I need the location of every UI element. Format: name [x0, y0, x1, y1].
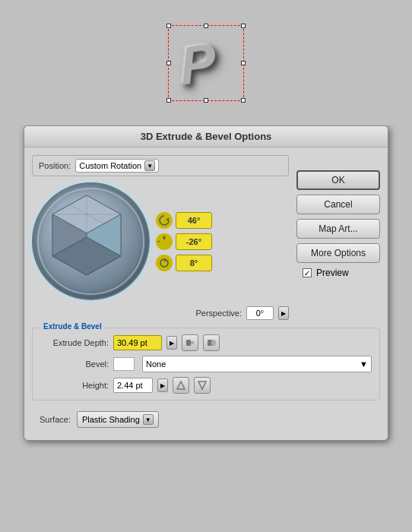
angle-field-y[interactable]: -26°: [176, 233, 212, 250]
bevel-select-arrow-icon: ▼: [360, 359, 368, 369]
extrude-depth-row: Extrude Depth: 30.49 pt ▶: [40, 334, 372, 351]
handle-top-left[interactable]: [166, 24, 171, 28]
surface-value: Plastic Shading: [82, 415, 140, 424]
angle-controls: 46° -26°: [156, 212, 212, 271]
surface-select[interactable]: Plastic Shading ▼: [77, 411, 159, 428]
position-value: Custom Rotation: [79, 161, 141, 170]
handle-middle-right[interactable]: [241, 61, 246, 65]
dialog-body: Position: Custom Rotation ▼: [24, 147, 388, 328]
angle-field-z[interactable]: 8°: [176, 255, 212, 271]
bottom-section: Extrude & Bevel Extrude Depth: 30.49 pt …: [24, 328, 388, 440]
svg-rect-14: [191, 341, 194, 344]
angle-row-z: 8°: [156, 255, 212, 271]
sphere-ring: [37, 188, 144, 295]
sphere-container[interactable]: [32, 182, 150, 300]
svg-marker-10: [163, 237, 166, 240]
handle-middle-left[interactable]: [166, 61, 171, 65]
bevel-label: Bevel:: [40, 359, 109, 369]
cap-round-btn[interactable]: [203, 334, 220, 351]
bevel-preview: [113, 357, 135, 371]
handle-bottom-left[interactable]: [166, 98, 171, 103]
ok-button[interactable]: OK: [296, 170, 380, 190]
extrude-depth-arrow[interactable]: ▶: [166, 336, 177, 350]
position-row: Position: Custom Rotation ▼: [32, 155, 289, 176]
height-label: Height:: [40, 381, 109, 390]
p-3d-letter: P: [179, 31, 219, 97]
sphere-outer: [32, 182, 150, 300]
dialog-title: 3D Extrude & Bevel Options: [24, 126, 388, 147]
angle-icon-z: [156, 255, 173, 271]
preview-row: ✓ Preview: [296, 268, 380, 278]
extrude-bevel-title: Extrude & Bevel: [40, 322, 105, 331]
angle-icon-y: [156, 233, 173, 250]
more-options-button[interactable]: More Options: [296, 243, 380, 263]
surface-label: Surface:: [40, 415, 71, 424]
bevel-style-btn-1[interactable]: [173, 377, 189, 394]
handle-top-middle[interactable]: [204, 24, 208, 28]
dialog-3d-extrude-bevel: 3D Extrude & Bevel Options Position: Cus…: [24, 125, 388, 441]
preview-checkbox[interactable]: ✓: [303, 268, 312, 277]
perspective-row: Perspective: 0° ▶: [32, 306, 289, 320]
extrude-bevel-group: Extrude & Bevel Extrude Depth: 30.49 pt …: [32, 328, 380, 401]
position-select[interactable]: Custom Rotation ▼: [75, 159, 159, 173]
cancel-button[interactable]: Cancel: [296, 195, 380, 214]
height-field[interactable]: 2.44 pt: [113, 378, 153, 393]
svg-marker-18: [198, 382, 206, 389]
perspective-arrow-btn[interactable]: ▶: [278, 306, 289, 320]
extrude-depth-label: Extrude Depth:: [40, 338, 109, 347]
handle-top-right[interactable]: [241, 24, 246, 28]
height-arrow[interactable]: ▶: [157, 378, 168, 392]
p-preview: P: [164, 21, 248, 105]
height-row: Height: 2.44 pt ▶: [40, 377, 372, 394]
canvas-area: P: [0, 0, 412, 125]
angle-row-x: 46°: [156, 212, 212, 229]
perspective-field[interactable]: 0°: [246, 306, 274, 320]
rotation-widget: 46° -26°: [32, 182, 289, 300]
bevel-value: None: [146, 359, 166, 369]
preview-label: Preview: [316, 268, 349, 278]
bevel-select[interactable]: None ▼: [142, 356, 372, 372]
angle-row-y: -26°: [156, 233, 212, 250]
cap-butt-btn[interactable]: [182, 334, 198, 351]
extrude-depth-field[interactable]: 30.49 pt: [113, 335, 162, 350]
left-panel: Position: Custom Rotation ▼: [32, 155, 289, 320]
surface-select-arrow[interactable]: ▼: [143, 414, 154, 425]
position-label: Position:: [39, 161, 71, 170]
handle-bottom-right[interactable]: [241, 98, 246, 103]
svg-point-16: [211, 340, 216, 346]
surface-row: Surface: Plastic Shading ▼: [32, 407, 380, 432]
handle-bottom-middle[interactable]: [204, 98, 208, 103]
angle-icon-x: [156, 212, 173, 229]
bevel-row: Bevel: None ▼: [40, 356, 372, 372]
position-select-arrow[interactable]: ▼: [144, 160, 155, 171]
perspective-label: Perspective:: [195, 309, 242, 318]
bevel-style-btn-2[interactable]: [194, 377, 211, 394]
svg-marker-17: [177, 382, 185, 389]
svg-marker-9: [166, 217, 169, 220]
right-panel: OK Cancel Map Art... More Options ✓ Prev…: [296, 155, 380, 320]
angle-field-x[interactable]: 46°: [176, 212, 212, 229]
svg-rect-13: [186, 340, 191, 346]
map-art-button[interactable]: Map Art...: [296, 219, 380, 239]
